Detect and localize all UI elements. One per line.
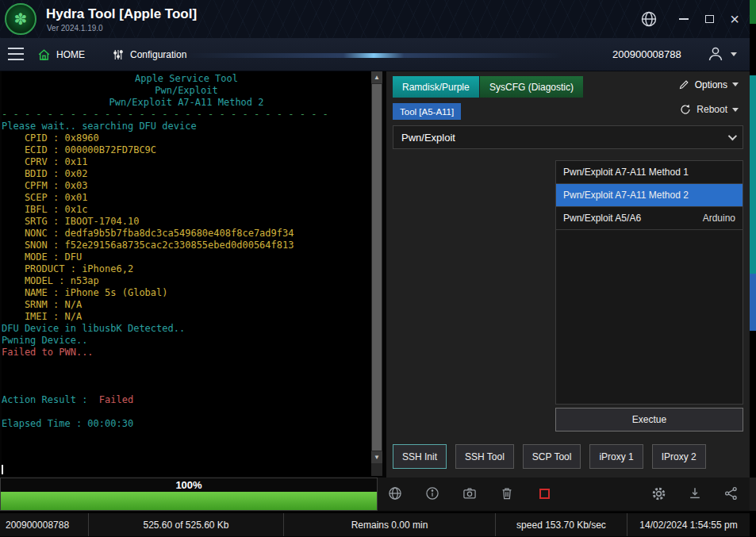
console-line: SRNM : N/A: [2, 299, 371, 311]
exploit-mode-select[interactable]: Pwn/Exploit: [393, 125, 743, 149]
options-button[interactable]: Options: [678, 79, 739, 90]
console-separator: - - - - - - - - - - - - - - - - - - - - …: [2, 109, 371, 121]
scp-tool-button[interactable]: SCP Tool: [523, 444, 581, 469]
main-toolbar: HOME Configuration 200900008788: [0, 38, 750, 71]
progress-fill: [1, 492, 377, 510]
title-bar: ✽ Hydra Tool [Apple Tool] Ver 2024.1.19.…: [0, 0, 750, 38]
trash-icon[interactable]: [498, 485, 516, 502]
console-line: NONC : dedfa9b5b7fba8dc3ca549680e408f8ce…: [2, 228, 371, 240]
console-line: DFU Device in libusbK Detected..: [2, 323, 371, 335]
progress-percent: 100%: [1, 478, 377, 492]
chevron-down-icon: [732, 108, 739, 112]
tab-syscfg-diagnostic[interactable]: SysCFG (Diagostic): [480, 76, 583, 98]
screenshot-camera-icon[interactable]: [461, 485, 478, 502]
status-remaining: Remains 0.00 min: [284, 513, 496, 536]
console-line: IBFL : 0x1c: [2, 204, 371, 216]
console-elapsed-time: Elapsed Time : 00:00:30: [2, 418, 371, 430]
globe-icon[interactable]: [386, 485, 404, 502]
console-line: IMEI : N/A: [2, 311, 371, 323]
tab-ramdisk-purple[interactable]: Ramdisk/Purple: [393, 76, 479, 98]
console-line: MODEL : n53ap: [2, 275, 371, 287]
status-bar: 200900008788 525.60 of 525.60 Kb Remains…: [0, 512, 750, 536]
window-title: Hydra Tool [Apple Tool]: [46, 6, 197, 22]
console-input[interactable]: [2, 463, 371, 476]
edit-icon: [678, 79, 690, 90]
scroll-down-icon[interactable]: ▼: [371, 451, 382, 463]
reboot-icon: [679, 103, 692, 116]
minimize-button[interactable]: [673, 8, 695, 30]
configuration-button[interactable]: Configuration: [111, 44, 186, 65]
iproxy2-button[interactable]: IProxy 2: [652, 444, 706, 469]
console-line: ECID : 000000B72FD7BC9C: [2, 144, 371, 156]
ssh-init-button[interactable]: SSH Init: [393, 444, 447, 469]
menu-icon[interactable]: [8, 48, 24, 60]
console-line: Pwn/Exploit A7-A11 Method 2: [2, 97, 371, 109]
console-line: SNON : f52e29156a8735cac2c330855ebed0d00…: [2, 240, 371, 251]
options-label: Options: [695, 79, 727, 90]
console-line: Failed to PWN...: [2, 347, 371, 359]
info-icon[interactable]: [424, 485, 441, 502]
console-line: Pwn/Exploit: [2, 85, 371, 97]
console-line: NAME : iPhone 5s (Global): [2, 287, 371, 299]
edge-strip: [750, 0, 756, 537]
action-icons: [386, 485, 553, 502]
device-serial: 200900008788: [612, 48, 681, 60]
console-line: SRTG : IBOOT-1704.10: [2, 216, 371, 228]
console-line: CPID : 0x8960: [2, 132, 371, 144]
status-serial: 200900008788: [0, 513, 89, 536]
app-logo-icon: ✽: [5, 3, 36, 35]
bottom-bar: 100%: [0, 478, 750, 511]
right-panel: Ramdisk/Purple SysCFG (Diagostic) Option…: [386, 71, 750, 478]
console-line: MODE : DFU: [2, 251, 371, 263]
progress-bar: 100%: [0, 478, 378, 511]
console-line: PRODUCT : iPhone6,2: [2, 263, 371, 275]
user-menu[interactable]: [706, 44, 737, 63]
chevron-down-icon: [728, 132, 737, 140]
user-icon: [706, 44, 725, 63]
execute-button[interactable]: Exectue: [555, 408, 743, 432]
home-button[interactable]: HOME: [36, 44, 85, 65]
edge-segment: [750, 75, 756, 274]
exploit-mode-value: Pwn/Exploit: [401, 132, 455, 144]
app-window: ✽ Hydra Tool [Apple Tool] Ver 2024.1.19.…: [0, 0, 756, 537]
exploit-method-list: Pwn/Exploit A7-A11 Method 1 Pwn/Exploit …: [555, 160, 743, 405]
list-item[interactable]: Pwn/Exploit A5/A6 Arduino: [556, 207, 743, 230]
scrollbar-thumb[interactable]: [372, 84, 382, 451]
edge-segment: [750, 274, 756, 331]
configuration-label: Configuration: [130, 49, 186, 60]
edge-segment: [750, 478, 756, 511]
chevron-down-icon: [732, 82, 739, 86]
console-line: Apple Service Tool: [2, 73, 371, 85]
list-item[interactable]: Pwn/Exploit A7-A11 Method 1: [556, 161, 743, 184]
console-scrollbar[interactable]: ▲ ▼: [371, 71, 382, 476]
list-item-selected[interactable]: Pwn/Exploit A7-A11 Method 2: [556, 184, 743, 207]
globe-icon[interactable]: [639, 10, 658, 29]
tab-tool-a5-a11[interactable]: Tool [A5-A11]: [393, 103, 461, 120]
scroll-up-icon[interactable]: ▲: [371, 71, 382, 83]
console-line: SCEP : 0x01: [2, 192, 371, 204]
status-transferred: 525.60 of 525.60 Kb: [89, 513, 284, 536]
app-version: Ver 2024.1.19.0: [47, 24, 103, 33]
close-button[interactable]: ×: [723, 8, 746, 30]
ssh-tool-button[interactable]: SSH Tool: [455, 444, 514, 469]
sliders-icon: [111, 48, 125, 62]
reboot-button[interactable]: Reboot: [679, 103, 739, 116]
reboot-label: Reboot: [697, 104, 727, 115]
status-datetime: 14/02/2024 1:54:55 pm: [627, 513, 750, 536]
tool-buttons-row: SSH Init SSH Tool SCP Tool iProxy 1 IPro…: [393, 444, 706, 469]
home-label: HOME: [56, 49, 85, 60]
utility-icons: [650, 485, 740, 502]
chevron-down-icon: [731, 52, 737, 56]
download-icon[interactable]: [686, 485, 704, 502]
stop-icon[interactable]: [535, 485, 553, 502]
console-log: Apple Service Tool Pwn/Exploit Pwn/Explo…: [2, 71, 371, 463]
iproxy1-button[interactable]: iProxy 1: [589, 444, 643, 469]
console-line: Please wait.. searching DFU device: [2, 121, 371, 132]
console-line: CPFM : 0x03: [2, 180, 371, 192]
share-icon[interactable]: [723, 485, 740, 502]
maximize-button[interactable]: [698, 8, 720, 30]
text-caret: [2, 465, 3, 474]
console-action-result: Action Result : Failed: [2, 394, 371, 406]
console-line: BDID : 0x02: [2, 168, 371, 180]
settings-gear-icon[interactable]: [650, 485, 667, 502]
